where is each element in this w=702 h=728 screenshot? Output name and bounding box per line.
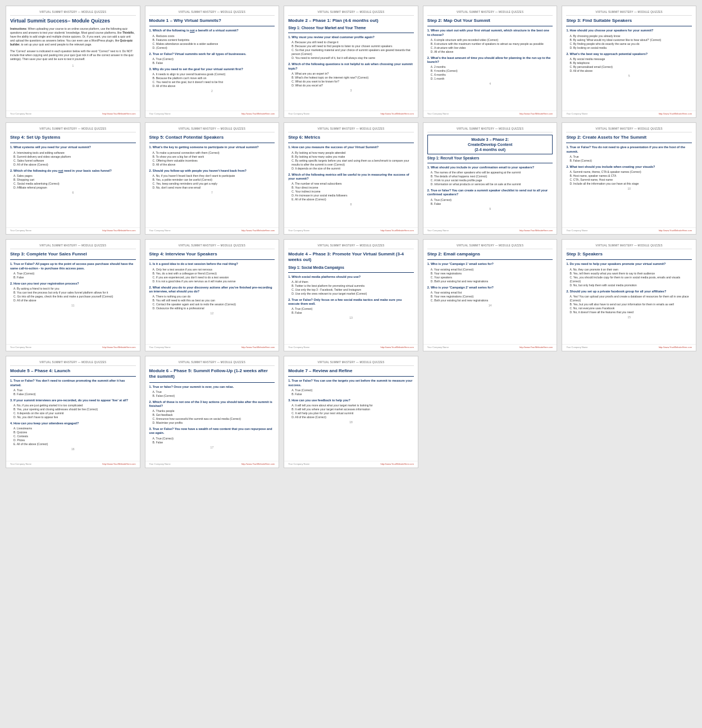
footer-company: Your Company Name xyxy=(10,346,31,349)
footer-company: Your Company Name xyxy=(149,463,171,465)
q3-2: 2. Which of the following questions is n… xyxy=(288,62,414,70)
footer-company: Your Company Name xyxy=(427,229,449,232)
q8-1-answers: A. By looking at how many people attende… xyxy=(291,151,414,171)
page-2-header: VIRTUAL SUMMIT MASTERY — MODULE QUIZZES xyxy=(149,11,275,16)
q5-1-answers: A. By choosing people you already knowB.… xyxy=(569,34,692,50)
page-3-header: VIRTUAL SUMMIT MASTERY — MODULE QUIZZES xyxy=(288,11,414,16)
page-10-footer: Your Company Name http://www.YourWebsite… xyxy=(562,227,696,232)
page-11-footer: Your Company Name http://www.YourWebsite… xyxy=(6,344,140,349)
page-1-title: Virtual Summit Success– Module Quizzes xyxy=(10,18,136,25)
footer-company: Your Company Name xyxy=(288,112,309,115)
page-8-title: Step 6: Metrics xyxy=(288,135,414,140)
q6-2: 2. Which of the following do you not nee… xyxy=(10,169,136,173)
page-5-header: VIRTUAL SUMMIT MASTERY — MODULE QUIZZES xyxy=(566,11,692,16)
page-9: VIRTUAL SUMMIT MASTERY — MODULE QUIZZES … xyxy=(423,122,558,235)
q10-2-answers: A. Summit name, theme, CTA & speaker nam… xyxy=(569,170,692,186)
footer-link: http://www.YourWebsiteHere.com xyxy=(241,346,275,349)
q2-3-answers: A. It needs to align to your overall bus… xyxy=(153,72,275,88)
page-6-num: 6 xyxy=(10,191,136,195)
page-5-num: 5 xyxy=(566,74,692,78)
footer-company: Your Company Name xyxy=(427,112,449,115)
page-16: VIRTUAL SUMMIT MASTERY — MODULE QUIZZES … xyxy=(6,356,140,468)
q4-2: 2. What's the least amount of time you s… xyxy=(427,56,553,64)
q5-2: 2. What's the best way to approach poten… xyxy=(566,52,692,56)
footer-company: Your Company Name xyxy=(10,229,31,232)
page-2: VIRTUAL SUMMIT MASTERY — MODULE QUIZZES … xyxy=(145,6,280,118)
footer-company: Your Company Name xyxy=(566,346,587,349)
page-15-footer: Your Company Name http://www.YourWebsite… xyxy=(562,344,696,349)
page-grid: VIRTUAL SUMMIT MASTERY — MODULE QUIZZES … xyxy=(6,6,696,468)
page-3-footer: Your Company Name http://www.YourWebsite… xyxy=(284,111,418,115)
footer-company: Your Company Name xyxy=(566,229,587,232)
q16-4-answers: A. LivestreamsB. QuizzesC. ContestsD. Pr… xyxy=(13,427,136,446)
q8-2: 2. Which of the following metrics will b… xyxy=(288,173,414,181)
page-6-header: VIRTUAL SUMMIT MASTERY — MODULE QUIZZES xyxy=(10,127,136,132)
q7-2: 2. Should you follow-up with people you … xyxy=(149,169,275,173)
page-12: VIRTUAL SUMMIT MASTERY — MODULE QUIZZES … xyxy=(145,239,280,351)
q17-3: 3. True or False? You now have a wealth … xyxy=(149,427,275,435)
footer-company: Your Company Name xyxy=(149,346,171,349)
q12-1: 1. Is it a good idea to do a test sessio… xyxy=(149,262,275,266)
footer-link: http://www.YourWebsiteHere.com xyxy=(659,229,692,232)
page-15-header: VIRTUAL SUMMIT MASTERY — MODULE QUIZZES xyxy=(566,244,692,249)
page-11-num: 11 xyxy=(10,304,136,308)
page-1-header: VIRTUAL SUMMIT MASTERY — MODULE QUIZZES xyxy=(10,11,136,16)
q16-1-answers: A. TrueB. False (Correct) xyxy=(13,388,136,396)
q9-2: 2. True or false? You can create a summi… xyxy=(427,189,553,196)
page-16-num: 16 xyxy=(10,447,136,451)
page-2-footer: Your Company Name http://www.YourWebsite… xyxy=(145,111,279,115)
q15-2-answers: A. Yes! You can upload your proofs and c… xyxy=(569,295,692,314)
page-3-step: Step 1: Choose Your Market and Your Them… xyxy=(288,26,414,31)
footer-company: Your Company Name xyxy=(288,346,309,349)
page-4-footer: Your Company Name http://www.YourWebsite… xyxy=(423,111,557,115)
page-5-title: Step 3: Find Suitable Speakers xyxy=(566,18,692,24)
page-1-instructions: Instructions: When uploading your course… xyxy=(10,27,136,47)
q9-2-answers: A. True (Correct)B. False xyxy=(431,198,553,206)
page-3: VIRTUAL SUMMIT MASTERY — MODULE QUIZZES … xyxy=(284,6,418,118)
page-4: VIRTUAL SUMMIT MASTERY — MODULE QUIZZES … xyxy=(423,6,558,118)
footer-link: http://www.YourWebsiteHere.com xyxy=(519,112,553,115)
q17-2-answers: A. Thanks peopleB. Get feedbackC. Announ… xyxy=(153,409,275,425)
q17-3-answers: A. True (Correct)B. False xyxy=(153,437,275,445)
q7-1: 1. What's the key to getting someone to … xyxy=(149,145,275,149)
q10-2: 2. What text should you include when cre… xyxy=(566,165,692,169)
footer-link: http://www.YourWebsiteHere.com xyxy=(380,346,413,349)
page-5: VIRTUAL SUMMIT MASTERY — MODULE QUIZZES … xyxy=(562,6,696,118)
footer-company: Your Company Name xyxy=(288,463,309,465)
footer-link: http://www.YourWebsiteHere.com xyxy=(102,346,135,349)
page-16-footer: Your Company Name http://www.YourWebsite… xyxy=(6,461,140,465)
page-12-header: VIRTUAL SUMMIT MASTERY — MODULE QUIZZES xyxy=(149,244,275,249)
footer-link: http://www.YourWebsiteHere.com xyxy=(102,463,135,465)
footer-link: http://www.YourWebsiteHere.com xyxy=(241,463,275,465)
q13-1-answers: A. All of themB. Twitter is the best pla… xyxy=(291,280,414,296)
q11-1-answers: A. True (Correct)B. False xyxy=(13,272,136,280)
page-8-num: 8 xyxy=(288,203,414,207)
page-18-footer: Your Company Name http://www.YourWebsite… xyxy=(284,461,418,465)
q8-1: 1. How can you measure the success of yo… xyxy=(288,145,414,149)
page-14-num: 14 xyxy=(427,304,553,308)
q18-3-answers: A. It will tell you more about what your… xyxy=(291,404,414,419)
page-1-instructions2: The 'Correct' answer is indicated in eac… xyxy=(10,49,136,61)
q17-1: 1. True or false? Once your summit is ov… xyxy=(149,385,275,389)
page-15-num: 15 xyxy=(566,315,692,319)
q6-1: 1. What systems will you need for your v… xyxy=(10,145,136,149)
page-13-num: 13 xyxy=(288,316,414,320)
page-8-footer: Your Company Name http://www.YourWebsite… xyxy=(284,227,418,232)
q15-2: 2. Should you set up a private facebook … xyxy=(566,290,692,294)
q12-2-answers: A. There is nothing you can doB. You wil… xyxy=(153,295,275,310)
page-15: VIRTUAL SUMMIT MASTERY — MODULE QUIZZES … xyxy=(562,239,696,351)
footer-link: http://www.YourWebsiteHere.com xyxy=(519,346,553,349)
footer-link: http://www.YourWebsiteHere.com xyxy=(659,112,692,115)
page-16-header: VIRTUAL SUMMIT MASTERY — MODULE QUIZZES xyxy=(10,361,136,366)
q11-2: 2. How can you test your registration pr… xyxy=(10,282,136,286)
q17-1-answers: A. TrueB. False (Correct) xyxy=(153,390,275,398)
page-6-title: Step 4: Set Up Systems xyxy=(10,135,136,140)
q6-1-answers: A. Interviewing tools and editing softwa… xyxy=(13,151,136,167)
q4-2-answers: A. 2 monthsB. 4 months (Correct)C. 6 mon… xyxy=(431,65,553,81)
q15-1-answers: A. No, they can promote it on their ownB… xyxy=(569,268,692,287)
page-11-title: Step 3: Complete Your Sales Funnel xyxy=(10,251,136,257)
footer-link: http://www.YourWebsiteHere.com xyxy=(519,229,553,232)
page-10-num: 10 xyxy=(566,187,692,191)
page-6: VIRTUAL SUMMIT MASTERY — MODULE QUIZZES … xyxy=(6,122,140,235)
footer-company: Your Company Name xyxy=(10,112,31,115)
